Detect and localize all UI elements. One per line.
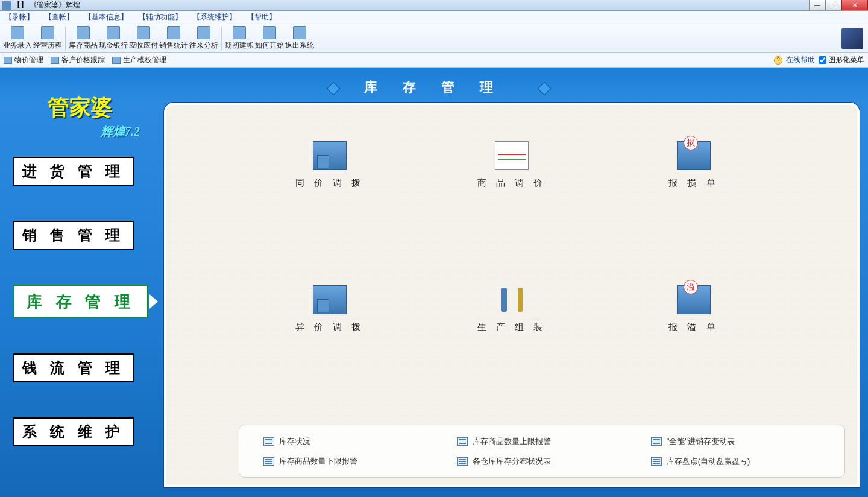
tbtn-label: 期初建帐: [225, 40, 254, 51]
report-icon: [457, 457, 468, 466]
window-controls: — □ ✕: [810, 0, 868, 10]
ledger-icon: [137, 26, 150, 39]
tbtn-business-entry[interactable]: 业务录入: [2, 25, 33, 52]
nav-label: 库 存 管 理: [27, 291, 135, 312]
toolbar-separator: [65, 27, 66, 51]
brand-logo: 管家婆 辉煌7.2: [8, 90, 152, 142]
tbtn-cash-bank[interactable]: 现金银行: [98, 25, 128, 52]
app-icon: [2, 1, 11, 10]
close-button[interactable]: ✕: [841, 0, 868, 10]
clock-icon: [233, 26, 246, 39]
report-stock-status[interactable]: 库存状况: [263, 431, 433, 451]
content-panel: 同 价 调 拨 商 品 调 价 报 损 单 异 价 调 拨 生 产 组 装 报 …: [164, 103, 860, 487]
fn-label: 报 溢 单: [668, 321, 719, 333]
tbtn-label: 现金银行: [99, 40, 128, 51]
nav-inventory[interactable]: 库 存 管 理: [13, 285, 148, 318]
nav-cashflow[interactable]: 钱 流 管 理: [13, 353, 134, 382]
minimize-button[interactable]: —: [809, 0, 826, 10]
warehouse-transfer-icon: [313, 285, 347, 314]
people-icon: [197, 26, 210, 39]
nav-purchase[interactable]: 进 货 管 理: [13, 157, 134, 186]
menu-record[interactable]: 【录帐】: [5, 12, 34, 22]
tbtn-inventory[interactable]: 库存商品: [68, 25, 98, 52]
fn-label: 异 价 调 拨: [295, 321, 365, 333]
window-title: 【】 《管家婆》辉煌: [13, 0, 80, 10]
menu-aux[interactable]: 【辅助功能】: [139, 12, 182, 22]
diamond-icon: [535, 84, 544, 92]
report-all-flow[interactable]: "全能"进销存变动表: [651, 431, 820, 451]
menu-help[interactable]: 【帮助】: [247, 12, 276, 22]
fn-assembly[interactable]: 生 产 组 装: [421, 285, 603, 333]
fn-reprice[interactable]: 商 品 调 价: [421, 141, 603, 189]
menu-query[interactable]: 【查帐】: [45, 12, 74, 22]
tbtn-exit[interactable]: 退出系统: [285, 25, 315, 52]
report-icon: [651, 457, 662, 466]
tbtn-contacts[interactable]: 往来分析: [189, 25, 219, 52]
loss-box-icon: [677, 141, 711, 170]
box-icon: [77, 26, 90, 39]
fn-loss-report[interactable]: 报 损 单: [603, 141, 785, 189]
report-stocktake[interactable]: 库存盘点(自动盘赢盘亏): [651, 451, 820, 471]
graphic-menu-checkbox[interactable]: 图形化菜单: [819, 55, 864, 65]
logo-line1: 管家婆: [48, 93, 113, 122]
menu-basic-info[interactable]: 【基本信息】: [84, 12, 128, 22]
tag-icon: [4, 57, 12, 64]
t2-customer-price[interactable]: 客户价格跟踪: [51, 55, 105, 65]
money-icon: [107, 26, 120, 39]
tbtn-label: 退出系统: [285, 40, 314, 51]
tools-icon: [495, 285, 529, 314]
calendar-icon: [41, 26, 54, 39]
menu-sysmaint[interactable]: 【系统维护】: [193, 12, 236, 22]
function-grid: 同 价 调 拨 商 品 调 价 报 损 单 异 价 调 拨 生 产 组 装 报 …: [166, 141, 857, 333]
t2-label: 物价管理: [14, 55, 43, 65]
chart-icon: [167, 26, 180, 39]
fn-label: 商 品 调 价: [477, 177, 547, 189]
fn-overflow-report[interactable]: 报 溢 单: [603, 285, 785, 333]
tbtn-label: 库存商品: [69, 40, 98, 51]
tbtn-history[interactable]: 经营历程: [33, 25, 63, 52]
tbtn-howto[interactable]: 如何开始: [254, 25, 285, 52]
main-panel: 库 存 管 理 管家婆 辉煌7.2 进 货 管 理 销 售 管 理 库 存 管 …: [0, 68, 868, 497]
report-upper-alarm[interactable]: 库存商品数量上限报警: [457, 431, 626, 451]
report-lower-alarm[interactable]: 库存商品数量下限报警: [263, 451, 433, 471]
t2-label: 生产模板管理: [123, 55, 166, 65]
report-label: 库存商品数量上限报警: [473, 436, 551, 447]
side-nav: 进 货 管 理 销 售 管 理 库 存 管 理 钱 流 管 理 系 统 维 护: [13, 157, 143, 446]
nav-sales[interactable]: 销 售 管 理: [13, 221, 134, 250]
fn-label: 同 价 调 拨: [295, 177, 365, 189]
fn-same-price-transfer[interactable]: 同 价 调 拨: [239, 141, 421, 189]
nav-label: 销 售 管 理: [22, 226, 125, 245]
fn-label: 生 产 组 装: [477, 321, 547, 333]
tbtn-opening[interactable]: 期初建帐: [224, 25, 254, 52]
nav-label: 系 统 维 护: [22, 422, 125, 442]
toolbar-separator: [221, 27, 222, 51]
brand-badge-icon: [841, 28, 863, 49]
nav-label: 钱 流 管 理: [22, 358, 125, 378]
online-help-link[interactable]: 在线帮助: [786, 55, 815, 65]
tbtn-label: 销售统计: [159, 40, 188, 51]
nav-sysmaint[interactable]: 系 统 维 护: [13, 417, 134, 446]
report-icon: [651, 437, 662, 446]
report-icon: [263, 457, 274, 466]
logo-line2: 辉煌7.2: [101, 124, 140, 140]
t2-price-mgmt[interactable]: 物价管理: [4, 55, 43, 65]
warehouse-transfer-icon: [313, 141, 347, 170]
report-label: "全能"进销存变动表: [667, 436, 735, 447]
price-chart-icon: [495, 141, 529, 170]
report-label: 各仓库库存分布状况表: [473, 456, 551, 467]
graphic-menu-label: 图形化菜单: [828, 55, 864, 65]
tbtn-sales-stats[interactable]: 销售统计: [159, 25, 189, 52]
nav-label: 进 货 管 理: [22, 162, 125, 181]
diamond-icon: [324, 84, 333, 92]
page-title-text: 库 存 管 理: [364, 80, 504, 95]
report-icon: [263, 437, 274, 446]
report-warehouse-dist[interactable]: 各仓库库存分布状况表: [457, 451, 626, 471]
maximize-button[interactable]: □: [825, 0, 842, 10]
t2-label: 客户价格跟踪: [61, 55, 105, 65]
graphic-menu-check-input[interactable]: [819, 56, 826, 64]
tbtn-label: 往来分析: [189, 40, 218, 51]
fn-diff-price-transfer[interactable]: 异 价 调 拨: [239, 285, 421, 333]
tbtn-receivable[interactable]: 应收应付: [128, 25, 159, 52]
t2-prod-template[interactable]: 生产模板管理: [112, 55, 166, 65]
tbtn-label: 应收应付: [129, 40, 158, 51]
